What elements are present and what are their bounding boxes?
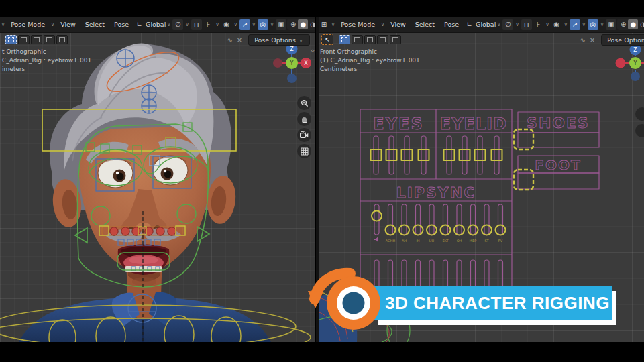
toolrow-right-right: ∿ × Pose Options ∨ [578,33,644,46]
tool-misc-icon[interactable]: ∿ [580,36,585,44]
select-invert-icon[interactable] [377,35,388,44]
menu-view[interactable]: View [386,21,411,28]
shading-solid-icon[interactable]: ● [628,19,638,29]
lipsync-title: LIPSYNC [396,184,476,201]
editor-type-icon[interactable]: ⊞ [319,19,329,30]
gizmo-caret-icon: ∨ [252,22,256,27]
select-intersect-icon[interactable] [390,35,401,44]
mode-selector[interactable]: Pose Mode [6,21,50,28]
nav-gizmo-right[interactable]: Z Y [616,44,644,137]
hand-icon-cut[interactable] [635,124,644,137]
menu-select[interactable]: Select [411,21,439,28]
gizmo-z-label-right[interactable]: Z [633,47,637,53]
info-units: imeters [2,65,91,74]
select-set-icon[interactable] [5,35,17,44]
viewport-info-left: t Orthographic C_Adrian_Rig : eyebrow.L.… [2,48,91,74]
snap-link-caret-icon: ∨ [515,22,519,27]
divider-resize-handle[interactable]: ‹› [311,47,314,54]
gizmo-x-label[interactable]: X [304,60,308,66]
menu-select[interactable]: Select [80,21,109,28]
shading-solid-icon[interactable]: ● [298,19,308,29]
gizmo-z-label[interactable]: Z [290,46,294,52]
lipsync-labels: AGHH AH IH UU EKT OH MBP ST FV [374,237,503,243]
select-intersect-icon[interactable] [56,35,68,44]
mode-selector[interactable]: Pose Mode [336,21,380,28]
select-extend-icon[interactable] [18,35,30,44]
orientation-axis-icon: ∟ [464,19,475,30]
svg-text:AGHH: AGHH [386,239,396,243]
character [19,44,271,342]
gizmo-y-label-right[interactable]: Y [633,60,637,66]
tool-misc-icon[interactable]: ∿ [227,36,232,44]
nav-icons-left [297,96,311,160]
shoes-title: SHOES [527,115,590,131]
xray-toggle-icon[interactable]: ▣ [606,19,616,30]
orientation-axis-icon: ∟ [134,19,145,30]
pivot-caret-icon: ∨ [234,22,237,27]
shading-wireframe-icon[interactable]: ⊕ [619,19,628,29]
info-object: (1) C_Adrian_Rig : eyebrow.L.001 [320,56,420,65]
shading-mode-group: ⊕ ● ◑ ○ [617,19,644,30]
banner-title: 3D CHARACTER RIGGING [373,293,610,314]
select-invert-icon[interactable] [44,35,55,44]
snap-target-icon[interactable]: ⊦ [203,19,214,30]
pose-options-caret-icon: ∨ [299,38,303,44]
shading-material-icon[interactable]: ◑ [638,19,644,29]
toolrow-left-right: ∿ × Pose Options ∨ [225,33,310,46]
cut-editor-caret-icon[interactable]: ∨ [1,22,5,27]
camera-icon[interactable] [297,128,311,142]
select-extend-icon[interactable] [352,35,363,44]
gizmo-toggle-icon[interactable]: ↗ [239,19,250,30]
pose-options-button[interactable]: Pose Options ∨ [248,34,310,46]
pivot-icon[interactable]: ◉ [221,19,232,30]
magnet-icon[interactable]: ⊓ [521,19,532,30]
overlays-toggle-icon[interactable]: ◎ [258,19,268,30]
snap-target-icon[interactable]: ⊦ [533,19,544,30]
select-mode-icons [339,35,401,44]
overlays-toggle-icon[interactable]: ◎ [588,19,598,30]
hand-icon[interactable] [297,112,311,126]
orientation-caret-icon: ∨ [497,22,500,27]
nav-gizmo-left[interactable]: Z X Y [270,42,315,86]
shading-wireframe-icon[interactable]: ⊕ [288,19,298,29]
select-subtract-icon[interactable] [364,35,376,44]
viewport-left: ∨ Pose Mode ∨ View Select Pose ∟ Global … [0,17,315,342]
select-set-icon[interactable] [339,35,350,44]
tool-x-icon[interactable]: × [237,36,242,44]
snap-caret-icon: ∨ [216,22,219,27]
lipsync-slider-handles[interactable] [372,211,506,235]
lipsync-slider-tracks [374,204,503,235]
snap-link-icon[interactable]: ∅ [502,19,513,30]
snap-caret-icon: ∨ [546,22,549,27]
snap-link-icon[interactable]: ∅ [172,19,183,30]
mode-caret-icon: ∨ [381,22,384,27]
svg-text:IH: IH [416,239,419,243]
svg-text:AH: AH [402,239,407,243]
zoom-icon[interactable] [297,96,311,110]
pose-options-button[interactable]: Pose Options ∨ [601,34,644,46]
shading-material-icon[interactable]: ◑ [308,19,315,29]
pivot-icon[interactable]: ◉ [551,19,562,30]
menu-view[interactable]: View [56,21,80,28]
bottom-letterbox [0,342,644,362]
tool-x-icon[interactable]: × [590,36,595,44]
active-tool-cursor-icon[interactable]: ↖ [321,34,333,45]
select-subtract-icon[interactable] [31,35,42,44]
magnet-icon[interactable]: ⊓ [191,19,202,30]
menu-pose[interactable]: Pose [109,21,133,28]
blender-screencast: ∨ Pose Mode ∨ View Select Pose ∟ Global … [0,0,644,362]
menu-pose[interactable]: Pose [439,21,464,28]
grid-icon[interactable] [297,144,311,158]
blender-logo [307,267,390,339]
gizmo-y-label[interactable]: Y [290,60,294,66]
svg-text:EKT: EKT [442,239,449,243]
xray-toggle-icon[interactable]: ▣ [276,19,286,30]
zoom-icon-cut[interactable] [635,107,644,121]
orientation-caret-icon: ∨ [167,22,170,27]
shading-mode-group: ⊕ ● ◑ ○ [287,19,315,30]
gizmo-toggle-icon[interactable]: ↗ [570,19,580,30]
transform-orientation[interactable]: Global [146,21,166,28]
eyes-title: EYES [373,115,423,133]
title-banner: 3D CHARACTER RIGGING [373,286,612,320]
transform-orientation[interactable]: Global [476,21,496,28]
